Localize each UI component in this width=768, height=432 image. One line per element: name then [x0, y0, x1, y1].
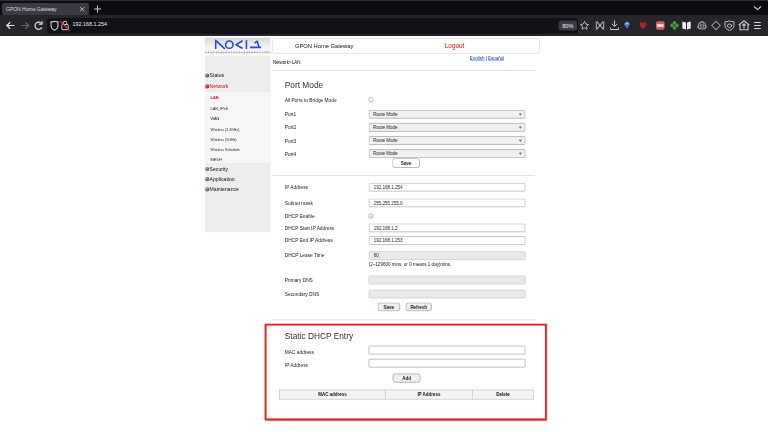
svg-text:80%: 80%: [562, 23, 573, 29]
